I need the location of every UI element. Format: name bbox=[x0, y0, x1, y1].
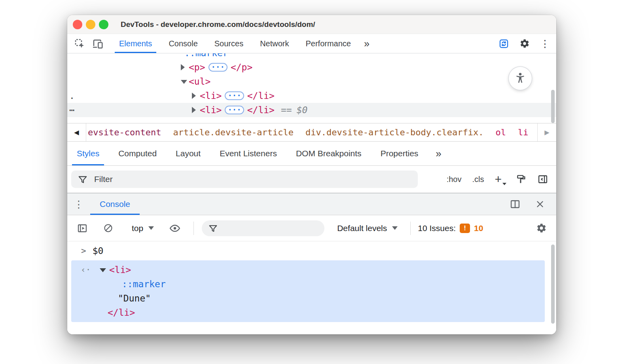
expand-arrow-icon[interactable] bbox=[181, 64, 185, 70]
accessibility-overlay-button[interactable] bbox=[509, 67, 532, 90]
toggle-computed-sidebar-button[interactable] bbox=[537, 174, 548, 185]
gear-icon bbox=[519, 38, 530, 49]
expand-arrow-icon[interactable] bbox=[192, 107, 196, 113]
tab-label: Performance bbox=[306, 39, 351, 48]
console-toolbar: top Default levels 10 Issues: bbox=[67, 215, 556, 241]
javascript-context-selector[interactable]: top bbox=[132, 224, 154, 233]
close-tag: </li> bbox=[108, 307, 135, 318]
styles-filter-field bbox=[71, 171, 418, 188]
breadcrumb-item[interactable]: ol bbox=[495, 127, 506, 137]
drawer-menu-button[interactable]: ⋮ bbox=[67, 193, 90, 215]
element-classes-button[interactable]: .cls bbox=[472, 175, 484, 184]
new-style-rule-button[interactable]: + bbox=[495, 173, 505, 185]
tab-performance[interactable]: Performance bbox=[298, 34, 360, 53]
dom-tree-node[interactable]: <p>···</p> bbox=[67, 60, 556, 74]
close-drawer-button[interactable] bbox=[535, 199, 545, 209]
devtools-window: DevTools - developer.chrome.com/docs/dev… bbox=[67, 15, 556, 334]
open-tag: <p> bbox=[189, 62, 205, 72]
collapse-arrow-icon[interactable] bbox=[100, 268, 106, 272]
tab-computed[interactable]: Computed bbox=[109, 142, 166, 165]
context-label: top bbox=[132, 224, 143, 233]
styles-sidebar-tab-bar: Styles Computed Layout Event Listeners D… bbox=[67, 142, 556, 166]
pseudo-element-label: ::marker bbox=[184, 53, 228, 58]
tab-layout[interactable]: Layout bbox=[166, 142, 210, 165]
rendering-emulations-button[interactable] bbox=[515, 174, 527, 185]
elements-panel-scrollbar[interactable] bbox=[551, 90, 555, 123]
block-icon bbox=[103, 223, 114, 233]
dom-tree-node[interactable]: . <li>···</li> bbox=[67, 89, 556, 103]
desktop-background: DevTools - developer.chrome.com/docs/dev… bbox=[0, 0, 633, 364]
more-panels-button[interactable]: » bbox=[359, 34, 374, 53]
breadcrumb-forward-button[interactable]: ▶ bbox=[537, 123, 556, 141]
console-prompt-icon: > bbox=[81, 246, 86, 256]
tab-label: Sources bbox=[214, 39, 243, 48]
close-window-button[interactable] bbox=[73, 20, 82, 29]
breadcrumb-item[interactable]: evsite-content bbox=[88, 127, 161, 137]
expand-arrow-icon[interactable] bbox=[192, 93, 196, 99]
console-ref-hint: ==$0 bbox=[281, 105, 307, 115]
tab-properties[interactable]: Properties bbox=[371, 142, 428, 165]
breadcrumb-item[interactable]: div.devsite-article-body.clearfix. bbox=[305, 127, 483, 137]
issues-counter-button[interactable]: 10 Issues: ! 10 bbox=[418, 224, 483, 233]
tab-network[interactable]: Network bbox=[252, 34, 297, 53]
tab-elements[interactable]: Elements bbox=[111, 34, 160, 53]
split-panel-button[interactable] bbox=[510, 199, 521, 210]
tab-label: Console bbox=[169, 39, 197, 48]
close-tag: </li> bbox=[247, 105, 275, 115]
evaluated-expression-text: $0 bbox=[93, 246, 104, 256]
levels-label: Default levels bbox=[337, 224, 387, 233]
show-console-sidebar-button[interactable] bbox=[77, 223, 88, 234]
log-levels-selector[interactable]: Default levels bbox=[337, 224, 398, 233]
tab-dom-breakpoints[interactable]: DOM Breakpoints bbox=[286, 142, 371, 165]
tab-console-drawer[interactable]: Console bbox=[90, 193, 140, 215]
tab-console[interactable]: Console bbox=[160, 34, 206, 53]
dom-tree-node[interactable]: ::marker bbox=[67, 53, 556, 60]
tab-label: Styles bbox=[77, 149, 99, 158]
filter-funnel-icon bbox=[208, 224, 218, 233]
caret-down-icon bbox=[392, 226, 398, 230]
breadcrumb-item[interactable]: article.devsite-article bbox=[173, 127, 294, 137]
console-scrollbar[interactable] bbox=[551, 245, 555, 324]
gear-icon bbox=[536, 223, 547, 233]
toggle-device-toolbar-button[interactable] bbox=[89, 34, 107, 53]
console-result-line: ‹· <li> bbox=[71, 263, 545, 277]
dom-tree-node[interactable]: <ul> bbox=[67, 74, 556, 89]
inline-expand-button[interactable]: ··· bbox=[208, 63, 227, 72]
inline-expand-button[interactable]: ··· bbox=[225, 106, 244, 114]
clear-console-button[interactable] bbox=[103, 223, 114, 233]
settings-button[interactable] bbox=[519, 38, 530, 49]
tab-styles[interactable]: Styles bbox=[67, 142, 109, 165]
eye-icon bbox=[169, 222, 181, 234]
zoom-window-button[interactable] bbox=[99, 20, 108, 29]
tab-event-listeners[interactable]: Event Listeners bbox=[210, 142, 286, 165]
plus-icon: + bbox=[495, 173, 502, 186]
toggle-element-state-button[interactable]: :hov bbox=[447, 175, 462, 184]
tab-label: Layout bbox=[176, 149, 201, 158]
main-menu-button[interactable]: ⋮ bbox=[540, 39, 550, 49]
more-sidebar-tabs-button[interactable]: » bbox=[428, 142, 449, 165]
console-result-line: ::marker bbox=[71, 277, 545, 291]
tab-label: DOM Breakpoints bbox=[296, 149, 362, 158]
tab-sources[interactable]: Sources bbox=[206, 34, 252, 53]
collapse-arrow-icon[interactable] bbox=[181, 80, 187, 84]
sync-button[interactable] bbox=[498, 38, 509, 49]
drawer-header-actions bbox=[510, 193, 556, 215]
equals-sign: == bbox=[281, 105, 292, 115]
tab-label: Network bbox=[260, 39, 289, 48]
clipped-text: . bbox=[69, 89, 75, 103]
breadcrumb-back-button[interactable]: ◀ bbox=[67, 123, 86, 141]
inspect-element-button[interactable] bbox=[70, 34, 89, 53]
styles-filter-input[interactable] bbox=[71, 171, 418, 188]
device-toolbar-icon bbox=[92, 38, 104, 49]
arrow-left-icon: ◀ bbox=[74, 129, 79, 136]
pseudo-element-label: ::marker bbox=[122, 279, 166, 289]
breadcrumb-item[interactable]: li bbox=[518, 127, 529, 137]
create-live-expression-button[interactable] bbox=[169, 222, 181, 234]
inline-expand-button[interactable]: ··· bbox=[225, 91, 244, 100]
accessibility-person-icon bbox=[514, 72, 527, 85]
console-settings-button[interactable] bbox=[536, 223, 547, 233]
minimize-window-button[interactable] bbox=[86, 20, 95, 29]
dom-tree-node-selected[interactable]: ⋯ <li>···</li>==$0 bbox=[67, 103, 556, 117]
issue-exclamation-icon: ! bbox=[460, 224, 470, 233]
console-filter-input[interactable] bbox=[222, 220, 319, 236]
